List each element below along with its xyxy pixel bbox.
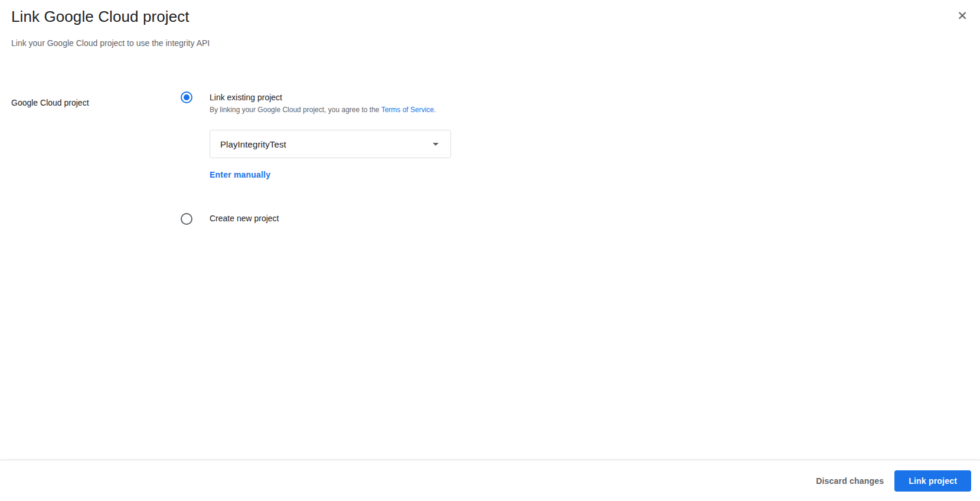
project-select-value: PlayIntegrityTest [220,139,286,149]
close-button[interactable]: ✕ [954,8,971,24]
helper-prefix: By linking your Google Cloud project, yo… [210,106,381,114]
terms-of-service-link[interactable]: Terms of Service [381,106,434,114]
form-row-label: Google Cloud project [11,91,181,109]
project-link-radio-group: Link existing project By linking your Go… [181,91,980,225]
radio-option-label: Link existing project [210,91,436,104]
radio-selected-icon[interactable] [181,91,192,103]
link-project-button[interactable]: Link project [894,470,971,492]
radio-option-texts: Create new project [210,212,279,224]
dialog-title: Link Google Cloud project [11,7,945,26]
radio-unselected-icon[interactable] [181,213,192,225]
radio-selected-dot [184,94,190,100]
project-select-dropdown[interactable]: PlayIntegrityTest [210,130,451,158]
dialog-footer: Discard changes Link project [0,460,980,501]
helper-suffix: . [434,106,436,114]
discard-changes-button[interactable]: Discard changes [810,471,890,490]
radio-option-link-existing-project[interactable]: Link existing project By linking your Go… [181,91,980,114]
radio-option-create-new-project[interactable]: Create new project [181,212,980,225]
chevron-down-icon [433,143,439,146]
enter-manually-link[interactable]: Enter manually [210,170,270,179]
radio-option-helper: By linking your Google Cloud project, yo… [210,105,436,114]
close-icon: ✕ [957,9,968,22]
link-google-cloud-project-dialog: Link Google Cloud project Link your Goog… [0,0,980,501]
dialog-header: Link Google Cloud project Link your Goog… [0,0,980,49]
google-cloud-project-form-row: Google Cloud project Link existing proje… [0,91,980,225]
radio-option-texts: Link existing project By linking your Go… [210,91,436,114]
dialog-subtitle: Link your Google Cloud project to use th… [11,37,945,49]
radio-option-label: Create new project [210,214,279,223]
